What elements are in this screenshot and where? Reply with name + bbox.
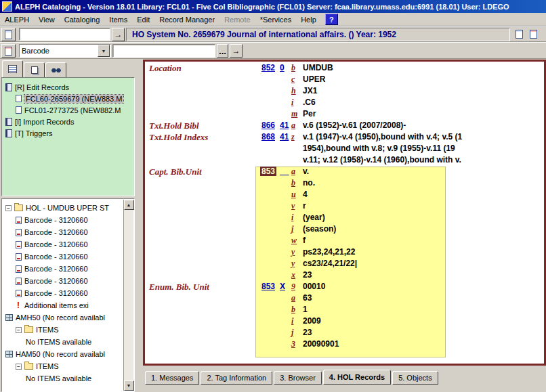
subfield-value[interactable]: 23	[303, 270, 312, 280]
field-tag[interactable]: 853	[260, 167, 276, 176]
subfield-code[interactable]: v	[291, 201, 295, 211]
subfield-code[interactable]: i	[291, 316, 293, 326]
subfield-value[interactable]: 1	[303, 305, 308, 314]
subfield-code[interactable]: a	[291, 293, 295, 303]
subfield-code[interactable]: j	[291, 328, 293, 338]
tree-item[interactable]: [T] Triggers	[2, 127, 134, 139]
tree-item[interactable]: No ITEMS available	[2, 336, 134, 348]
menu-help[interactable]: Help	[296, 14, 321, 25]
subfield-value[interactable]: UMDUB	[303, 63, 333, 72]
left-tab-1[interactable]	[2, 60, 23, 77]
tree-item[interactable]: FCL60-2659679 (NEW883.M	[2, 93, 134, 104]
tab-1-messages[interactable]: 1. Messages	[145, 371, 199, 385]
menu-record-manager[interactable]: Record Manager	[154, 14, 219, 25]
subfield-code[interactable]: y	[291, 259, 295, 269]
subfield-code[interactable]: m	[291, 109, 297, 119]
tree-item[interactable]: HAM50 (No record availabl	[2, 348, 134, 360]
menu--services[interactable]: *Services	[255, 14, 296, 25]
left-tab-3[interactable]	[45, 62, 66, 77]
collapse-box-icon[interactable]: −	[5, 205, 12, 211]
tree-item[interactable]: Barcode - 3120660	[2, 238, 134, 251]
subfield-value[interactable]: Per	[303, 109, 316, 118]
title-bar[interactable]: ALEPH Cataloging - Version 18.01 Library…	[0, 0, 546, 13]
subfield-value[interactable]: cs23/24,21/22|	[303, 259, 357, 268]
subfield-code[interactable]: b	[291, 63, 295, 73]
field-tag[interactable]: 868	[261, 132, 275, 141]
subfield-code[interactable]: 9	[291, 282, 295, 292]
tree-item[interactable]: −ITEMS	[2, 360, 134, 372]
subfield-code[interactable]: a	[291, 121, 295, 131]
subfield-value[interactable]: 1954),bound with v.8; v.9 (1955)-v.11 (1…	[303, 144, 455, 153]
subfield-value[interactable]: 2009	[303, 316, 321, 326]
new-record-button[interactable]	[512, 28, 526, 41]
subfield-value[interactable]: no.	[303, 178, 315, 188]
subfield-code[interactable]: j	[291, 224, 293, 234]
field-tag[interactable]: 853	[261, 282, 275, 291]
menu-items[interactable]: Items	[104, 14, 132, 25]
open-record-button[interactable]	[1, 28, 16, 41]
subfield-code[interactable]: x	[291, 270, 295, 280]
subfield-value[interactable]: v.11; v.12 (1958)-v.14 (1960),bound with…	[303, 155, 461, 165]
subfield-code[interactable]: h	[291, 86, 296, 96]
tree-item[interactable]: Barcode - 3120660	[2, 287, 134, 299]
tree-item[interactable]: !Additional items exi	[2, 299, 134, 311]
menu-edit[interactable]: Edit	[132, 14, 154, 25]
item-bar-button[interactable]	[1, 44, 16, 58]
subfield-value[interactable]: f	[303, 236, 306, 245]
subfield-code[interactable]: c	[291, 74, 295, 85]
tree-item[interactable]: −HOL - UMDUB UPER ST	[2, 202, 134, 214]
subfield-code[interactable]: b	[291, 178, 295, 188]
tree-item[interactable]: [I] Import Records	[2, 116, 134, 127]
help-icon[interactable]: ?	[325, 14, 338, 25]
subfield-code[interactable]: i	[291, 213, 293, 223]
subfield-value[interactable]: UPER	[303, 74, 325, 84]
subfield-code[interactable]: i	[291, 97, 293, 108]
field-indicator[interactable]: X	[280, 282, 285, 291]
record-number-input[interactable]	[19, 28, 110, 41]
field-tag[interactable]: 866	[261, 121, 275, 130]
browse-button[interactable]: ...	[217, 44, 228, 58]
overview-scrollbar[interactable]: ▲ ▼	[123, 200, 133, 391]
tree-item[interactable]: −ITEMS	[2, 324, 134, 336]
subfield-code[interactable]: b	[291, 305, 295, 315]
subfield-value[interactable]: r	[303, 201, 306, 211]
search-go-button[interactable]: →	[230, 44, 243, 58]
search-value-input[interactable]	[112, 44, 215, 58]
field-tag[interactable]: 852	[261, 63, 275, 72]
subfield-code[interactable]: y	[291, 247, 295, 257]
subfield-value[interactable]: 23	[303, 328, 312, 337]
subfield-value[interactable]: 00010	[303, 282, 325, 291]
tab-2-tag-information[interactable]: 2. Tag Information	[201, 371, 272, 385]
subfield-value[interactable]: (year)	[303, 213, 325, 222]
tree-item[interactable]: Barcode - 3120660	[2, 226, 134, 238]
subfield-value[interactable]: ps23,24,21,22	[303, 247, 355, 257]
tree-item[interactable]: Barcode - 3120660	[2, 251, 134, 263]
subfield-code[interactable]: w	[291, 236, 297, 246]
subfield-value[interactable]: 63	[303, 293, 312, 303]
tree-item[interactable]: No ITEMS available	[2, 372, 134, 385]
menu-view[interactable]: View	[34, 14, 60, 25]
subfield-value[interactable]: v.	[303, 167, 309, 176]
subfield-code[interactable]: 3	[291, 339, 295, 349]
scroll-down-icon[interactable]: ▼	[124, 380, 134, 391]
field-indicator[interactable]: 41	[280, 132, 289, 141]
subfield-value[interactable]: 20090901	[303, 339, 339, 349]
subfield-value[interactable]: v.1 (1947)-v.4 (1950),bound with v.4; v.…	[303, 132, 462, 141]
tree-item[interactable]: Barcode - 3120660	[2, 263, 134, 275]
menu-cataloging[interactable]: Cataloging	[60, 14, 105, 25]
subfield-value[interactable]: 4	[303, 190, 308, 199]
menu-aleph[interactable]: ALEPH	[0, 14, 34, 25]
tree-item[interactable]: FCL01-2773725 (NEW882.M	[2, 104, 134, 116]
subfield-value[interactable]: .C6	[303, 97, 316, 107]
left-tab-2[interactable]	[24, 62, 45, 77]
field-indicator[interactable]: 0	[280, 63, 285, 72]
field-indicator[interactable]: __	[280, 167, 289, 176]
tree-item[interactable]: Barcode - 3120660	[2, 214, 134, 226]
subfield-code[interactable]: u	[291, 190, 296, 200]
tab-3-browser[interactable]: 3. Browser	[274, 371, 322, 385]
subfield-value[interactable]: JX1	[303, 86, 317, 95]
subfield-code[interactable]: z	[291, 132, 295, 142]
subfield-value[interactable]: v.6 (1952)-v.61 (2007/2008)-	[303, 121, 406, 130]
collapse-box-icon[interactable]: −	[16, 364, 22, 370]
chevron-down-icon[interactable]: ▼	[98, 45, 110, 57]
